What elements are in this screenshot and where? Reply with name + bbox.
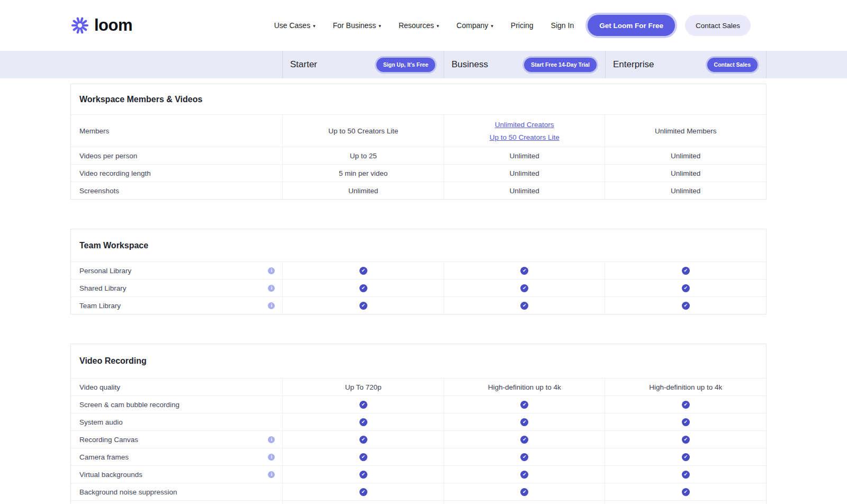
check-icon: ✔	[682, 418, 690, 426]
plan-value-cell: 5 min per video	[282, 165, 444, 182]
feature-cell: Recording Canvasi	[71, 431, 282, 448]
plan-value-cell: ✔	[605, 262, 766, 279]
check-icon: ✔	[682, 267, 690, 275]
plan-value-cell: Unlimited Members	[605, 115, 766, 147]
plan-value-cell: ✔	[282, 448, 444, 465]
plan-value-cell: ✔	[605, 280, 766, 296]
info-icon[interactable]: i	[268, 454, 275, 461]
feature-cell: Members	[71, 115, 282, 147]
feature-cell: Background noise suppression	[71, 483, 282, 500]
info-icon[interactable]: i	[268, 436, 275, 443]
feature-label: Camera frames	[79, 453, 129, 461]
plan-value-cell: ✔	[605, 396, 766, 413]
plan-cta-enterprise[interactable]: Contact Sales	[707, 58, 758, 72]
nav-item-pricing[interactable]: Pricing	[511, 21, 534, 30]
plan-value: Up To 720p	[345, 383, 382, 391]
plan-value-cell: Unlimited	[444, 165, 605, 182]
nav-item-use-cases[interactable]: Use Cases▾	[274, 21, 316, 30]
plan-cta-business[interactable]: Start Free 14-Day Trial	[524, 58, 597, 72]
feature-label: Personal Library	[79, 267, 131, 275]
feature-label: Recording Canvas	[79, 436, 138, 444]
plan-value-cell	[444, 501, 605, 504]
plan-value-cell: ✔	[282, 262, 444, 279]
check-icon: ✔	[359, 267, 367, 275]
plan-value-cell: ✔	[282, 466, 444, 483]
nav-actions: Get Loom For Free Contact Sales	[588, 15, 751, 36]
get-loom-free-button[interactable]: Get Loom For Free	[588, 15, 675, 36]
plan-value: Up to 25	[350, 152, 377, 160]
plan-value: 5 min per video	[339, 169, 388, 177]
plan-value: Unlimited	[671, 152, 700, 160]
info-icon[interactable]: i	[268, 285, 275, 292]
plan-value: Unlimited	[671, 169, 700, 177]
feature-label: Videos per person	[79, 152, 137, 160]
check-icon: ✔	[682, 302, 690, 310]
plan-value-cell: Unlimited	[444, 182, 605, 199]
section-title-row: Team Workspace	[71, 229, 766, 262]
loom-logo[interactable]: loom	[70, 16, 132, 35]
check-icon: ✔	[682, 471, 690, 479]
nav-item-company[interactable]: Company▾	[456, 21, 493, 30]
comparison-table: Workspace Members & VideosMembersUp to 5…	[70, 84, 767, 504]
plan-value-cell: High-definition up to 4k	[605, 379, 766, 395]
plan-value-cell: ✔	[444, 396, 605, 413]
plan-value: Unlimited	[510, 187, 539, 195]
feature-row: ScreenshotsUnlimitedUnlimitedUnlimited	[71, 182, 766, 199]
plan-value-cell: Up to 25	[282, 147, 444, 164]
chevron-down-icon: ▾	[491, 23, 493, 29]
plan-value: Unlimited	[348, 187, 378, 195]
section-title: Team Workspace	[79, 241, 148, 250]
nav-item-for-business[interactable]: For Business▾	[333, 21, 381, 30]
section-title-row: Video Recording	[71, 344, 766, 378]
feature-link[interactable]: Unlimited Creators	[495, 121, 554, 129]
nav-item-label: For Business	[333, 21, 376, 30]
check-icon: ✔	[520, 488, 528, 496]
plan-value-cell: ✔	[444, 483, 605, 500]
feature-row: System audio✔✔✔	[71, 413, 766, 430]
plan-cta-starter[interactable]: Sign Up, It's Free	[376, 58, 435, 72]
check-icon: ✔	[359, 284, 367, 292]
feature-cell: Video quality	[71, 379, 282, 395]
feature-row: Screen & cam bubble recording✔✔✔	[71, 395, 766, 413]
check-icon: ✔	[359, 401, 367, 409]
check-icon: ✔	[359, 471, 367, 479]
plan-value: Unlimited	[510, 169, 539, 177]
section-title-row: Workspace Members & Videos	[71, 84, 766, 114]
plan-value: Up to 50 Creators Lite	[328, 127, 398, 135]
feature-link[interactable]: Up to 50 Creators Lite	[490, 133, 560, 141]
section-video-recording: Video RecordingVideo qualityUp To 720pHi…	[70, 344, 767, 504]
contact-sales-button[interactable]: Contact Sales	[685, 15, 751, 36]
plan-value-cell: ✔	[282, 483, 444, 500]
feature-label: Shared Library	[79, 284, 127, 292]
info-icon[interactable]: i	[268, 267, 275, 274]
nav-item-sign-in[interactable]: Sign In	[551, 21, 574, 30]
plan-value-cell: Unlimited CreatorsUp to 50 Creators Lite	[444, 115, 605, 147]
plan-value-cell: High-definition up to 4k	[444, 379, 605, 395]
feature-cell: Shared Libraryi	[71, 280, 282, 296]
feature-row: Recording Canvasi✔✔✔	[71, 430, 766, 448]
feature-row-partial	[71, 500, 766, 504]
info-icon[interactable]: i	[268, 302, 275, 309]
plan-value: Unlimited	[510, 152, 539, 160]
check-icon: ✔	[682, 453, 690, 461]
check-icon: ✔	[682, 488, 690, 496]
feature-cell: Virtual backgroundsi	[71, 466, 282, 483]
check-icon: ✔	[682, 284, 690, 292]
plan-value-cell: ✔	[282, 413, 444, 430]
check-icon: ✔	[359, 418, 367, 426]
feature-cell: Video recording length	[71, 165, 282, 182]
plan-value-cell: ✔	[282, 297, 444, 314]
nav-item-label: Resources	[399, 21, 434, 30]
plan-name: Starter	[290, 59, 317, 70]
plan-value-cell: ✔	[605, 466, 766, 483]
feature-cell: Team Libraryi	[71, 297, 282, 314]
feature-row: Personal Libraryi✔✔✔	[71, 262, 766, 279]
nav-item-resources[interactable]: Resources▾	[399, 21, 439, 30]
check-icon: ✔	[359, 453, 367, 461]
feature-label: Members	[79, 127, 109, 135]
info-icon[interactable]: i	[268, 471, 275, 478]
plan-value-cell: ✔	[605, 448, 766, 465]
plan-value-cell: ✔	[282, 431, 444, 448]
feature-label: Video recording length	[79, 169, 151, 177]
feature-label: Virtual backgrounds	[79, 471, 142, 479]
